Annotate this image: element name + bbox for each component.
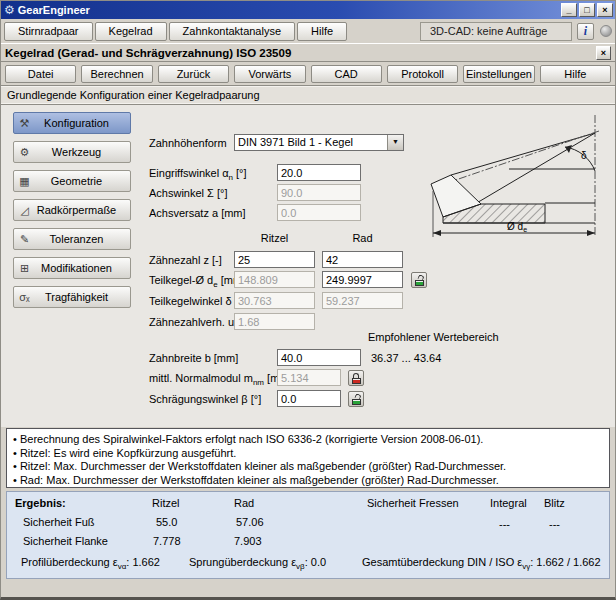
results-col-rad: Rad bbox=[234, 497, 254, 509]
protokoll-button[interactable]: Protokoll bbox=[387, 65, 458, 83]
tool-gear-icon: ⚙ bbox=[16, 142, 33, 162]
page-subtitle: Grundlegende Konfiguration einer Kegelra… bbox=[1, 85, 615, 105]
face-width-input[interactable] bbox=[277, 349, 361, 366]
tooth-count-label: Zähnezahl z [-] bbox=[149, 254, 222, 266]
menu-hilfe[interactable]: Hilfe bbox=[297, 22, 347, 41]
toothform-select[interactable]: DIN 3971 Bild 1 - Kegel ▼ bbox=[234, 134, 404, 151]
note-item: Ritzel: Es wird eine Kopfkürzung ausgefü… bbox=[13, 447, 603, 461]
jump-overlap: Sprungüberdeckung εvβ: 0.0 bbox=[189, 556, 326, 571]
sidebar-item-modifikationen[interactable]: ⊞ Modifikationen bbox=[13, 257, 131, 279]
gear-ratio-input bbox=[234, 313, 315, 330]
note-item: Berechnung des Spiralwinkel-Faktors erfo… bbox=[13, 433, 603, 447]
notes-panel: Berechnung des Spiralwinkel-Faktors erfo… bbox=[6, 428, 610, 488]
vorwaerts-button[interactable]: Vorwärts bbox=[234, 65, 305, 83]
total-overlap: Gesamtüberdeckung DIN / ISO εvγ: 1.662 /… bbox=[362, 556, 601, 571]
flank-safety-label: Sicherheit Flanke bbox=[23, 535, 108, 547]
results-col-blitz: Blitz bbox=[544, 497, 565, 509]
minimize-button[interactable]: _ bbox=[561, 3, 577, 17]
zurueck-button[interactable]: Zurück bbox=[158, 65, 229, 83]
pitch-cone-diameter-ritzel-input bbox=[234, 271, 315, 288]
helix-angle-label: Schrägungswinkel β [°] bbox=[149, 393, 261, 405]
pitch-cone-angle-label: Teilkegelwinkel δ [°] bbox=[149, 295, 245, 307]
helix-angle-input[interactable] bbox=[277, 390, 341, 407]
integral-value: --- bbox=[499, 518, 510, 530]
normal-module-label: mittl. Normalmodul mnm [mm] bbox=[149, 372, 292, 387]
lock-module-button[interactable] bbox=[348, 370, 364, 386]
close-button[interactable]: × bbox=[597, 3, 613, 17]
menu-zahnkontaktanalyse[interactable]: Zahnkontaktanalyse bbox=[169, 22, 295, 41]
document-close-icon[interactable]: × bbox=[596, 46, 611, 60]
results-col-integral: Integral bbox=[490, 497, 527, 509]
document-title: Kegelrad (Gerad- und Schrägverzahnung) I… bbox=[5, 47, 596, 59]
sidebar-item-tragfaehigkeit[interactable]: σₓ Tragfähigkeit bbox=[13, 286, 131, 308]
column-header-rad: Rad bbox=[322, 232, 403, 244]
info-icon[interactable]: i bbox=[577, 23, 594, 40]
pitch-cone-diameter-rad-input[interactable] bbox=[322, 271, 403, 288]
hilfe-button[interactable]: Hilfe bbox=[540, 65, 611, 83]
column-header-ritzel: Ritzel bbox=[234, 232, 315, 244]
sidebar-item-label: Geometrie bbox=[33, 175, 130, 187]
unlock-icon bbox=[352, 394, 361, 405]
note-item: Rad: Max. Durchmesser der Werkstoffdaten… bbox=[13, 474, 603, 488]
toolbar: Datei Berechnen Zurück Vorwärts CAD Prot… bbox=[1, 62, 615, 85]
titlebar: ⚙ GearEngineer _ □ × bbox=[1, 1, 615, 19]
sidebar-item-label: Konfiguration bbox=[33, 117, 130, 129]
profile-overlap: Profilüberdeckung εvα: 1.662 bbox=[21, 556, 160, 571]
recommended-range-header: Empfohlener Wertebereich bbox=[368, 331, 499, 343]
sidebar-item-geometrie[interactable]: ▦ Geometrie bbox=[13, 170, 131, 192]
lock-icon bbox=[352, 373, 361, 384]
results-panel: Ergebnis: Ritzel Rad Sicherheit Fressen … bbox=[6, 491, 610, 579]
axis-offset-input bbox=[277, 204, 361, 221]
bevel-gear-icon: ⚒ bbox=[16, 113, 33, 133]
menubar: Stirnradpaar Kegelrad Zahnkontaktanalyse… bbox=[1, 19, 615, 43]
menu-kegelrad[interactable]: Kegelrad bbox=[95, 22, 167, 41]
berechnen-button[interactable]: Berechnen bbox=[81, 65, 152, 83]
shaft-angle-input bbox=[277, 184, 361, 201]
results-col-fressen: Sicherheit Fressen bbox=[367, 497, 459, 509]
root-safety-ritzel: 55.0 bbox=[156, 516, 177, 528]
app-gear-icon: ⚙ bbox=[4, 4, 15, 16]
cad-button[interactable]: CAD bbox=[311, 65, 382, 83]
blitz-value: --- bbox=[549, 518, 560, 530]
toothform-value: DIN 3971 Bild 1 - Kegel bbox=[238, 136, 353, 148]
pressure-angle-label: Eingriffswinkel αn [°] bbox=[149, 167, 247, 182]
window-title: GearEngineer bbox=[18, 4, 559, 16]
sigma-icon: σₓ bbox=[16, 287, 33, 307]
tooth-count-ritzel-input[interactable] bbox=[234, 251, 315, 268]
flank-safety-ritzel: 7.778 bbox=[153, 535, 181, 547]
status-led-icon bbox=[600, 25, 612, 37]
datei-button[interactable]: Datei bbox=[5, 65, 76, 83]
face-width-label: Zahnbreite b [mm] bbox=[149, 352, 238, 364]
results-title: Ergebnis: bbox=[15, 497, 66, 509]
face-width-range: 36.37 ... 43.64 bbox=[371, 352, 441, 364]
unlock-de-button[interactable] bbox=[411, 272, 427, 288]
note-item: Ritzel: Max. Durchmesser der Werkstoffda… bbox=[13, 460, 603, 474]
document-bar: Kegelrad (Gerad- und Schrägverzahnung) I… bbox=[1, 43, 615, 62]
bevel-gear-diagram: δ Ø de bbox=[425, 111, 611, 241]
pressure-angle-input[interactable] bbox=[277, 164, 361, 181]
sidebar-item-label: Modifikationen bbox=[33, 262, 130, 274]
results-col-ritzel: Ritzel bbox=[152, 497, 180, 509]
shaft-angle-label: Achswinkel Σ [°] bbox=[149, 187, 227, 199]
root-safety-label: Sicherheit Fuß bbox=[23, 516, 95, 528]
app-window: ⚙ GearEngineer _ □ × Stirnradpaar Kegelr… bbox=[0, 0, 616, 600]
sidebar-item-radkoerpermasse[interactable]: ◿ Radkörpermaße bbox=[13, 199, 131, 221]
unlock-helix-button[interactable] bbox=[348, 391, 364, 407]
unlock-icon bbox=[415, 275, 424, 286]
axis-offset-label: Achsversatz a [mm] bbox=[149, 207, 246, 219]
pitch-cone-angle-ritzel-input bbox=[234, 292, 315, 309]
sidebar-item-werkzeug[interactable]: ⚙ Werkzeug bbox=[13, 141, 131, 163]
sidebar-item-label: Tragfähigkeit bbox=[33, 291, 130, 303]
sidebar-item-konfiguration[interactable]: ⚒ Konfiguration bbox=[13, 112, 131, 134]
einstellungen-button[interactable]: Einstellungen bbox=[463, 65, 534, 83]
menu-stirnradpaar[interactable]: Stirnradpaar bbox=[4, 22, 93, 41]
sidebar-item-toleranzen[interactable]: ✎ Toleranzen bbox=[13, 228, 131, 250]
cad-status-field: 3D-CAD: keine Aufträge bbox=[420, 22, 572, 41]
tooth-count-rad-input[interactable] bbox=[322, 251, 403, 268]
sidebar-item-label: Radkörpermaße bbox=[33, 204, 130, 216]
pitch-cone-angle-rad-input bbox=[322, 292, 403, 309]
maximize-button[interactable]: □ bbox=[579, 3, 595, 17]
sidebar-item-label: Werkzeug bbox=[33, 146, 130, 158]
chevron-down-icon[interactable]: ▼ bbox=[387, 135, 403, 150]
pencil-icon: ✎ bbox=[16, 229, 33, 249]
